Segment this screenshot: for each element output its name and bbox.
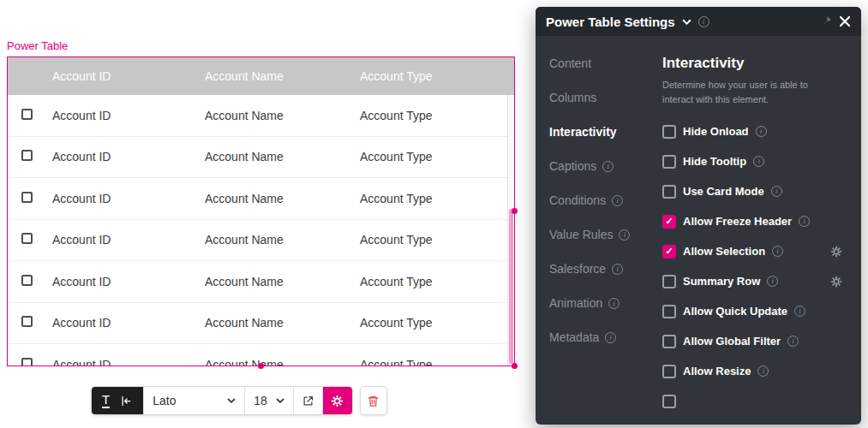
table-row[interactable]: Account IDAccount NameAccount Type <box>8 220 507 262</box>
font-family-select[interactable]: Lato <box>144 387 245 414</box>
panel-nav-item-animation[interactable]: Animationi <box>549 286 654 320</box>
gear-icon[interactable] <box>830 276 842 288</box>
table-body: Account IDAccount NameAccount TypeAccoun… <box>8 95 507 366</box>
info-icon[interactable]: i <box>772 246 783 257</box>
info-icon[interactable]: i <box>771 186 782 197</box>
panel-nav-item-columns[interactable]: Columns <box>549 80 654 115</box>
close-icon[interactable] <box>839 15 851 27</box>
table-cell: Account Type <box>360 275 507 288</box>
delete-button[interactable] <box>360 386 387 415</box>
info-icon: i <box>608 298 620 309</box>
section-title: Interactivity <box>662 55 847 72</box>
toolbar-group: T Lato 18 <box>91 386 353 415</box>
row-checkbox[interactable] <box>21 150 33 161</box>
checkbox[interactable]: ✓ <box>662 245 676 259</box>
info-icon[interactable]: i <box>787 336 799 347</box>
checkbox[interactable] <box>662 395 676 408</box>
row-checkbox[interactable] <box>21 192 33 203</box>
info-icon[interactable]: i <box>767 276 778 287</box>
selection-handle[interactable] <box>512 208 518 214</box>
option-label: Allow Resize <box>683 365 751 377</box>
scrollbar-thumb[interactable] <box>509 209 513 364</box>
table-row[interactable]: Account IDAccount NameAccount Type <box>8 178 507 220</box>
selection-handle[interactable] <box>258 363 264 369</box>
table-row[interactable]: Account IDAccount NameAccount Type <box>8 303 507 345</box>
indent-left-icon[interactable] <box>120 395 133 407</box>
checkbox[interactable] <box>662 305 676 318</box>
panel-nav-item-interactivity[interactable]: Interactivity <box>549 115 654 149</box>
row-checkbox-cell <box>8 233 52 247</box>
row-checkbox[interactable] <box>21 109 33 120</box>
checkbox[interactable] <box>662 125 676 139</box>
checkbox[interactable] <box>662 365 676 378</box>
info-icon[interactable]: i <box>756 126 767 137</box>
text-style-button[interactable]: T <box>102 393 110 408</box>
info-icon: i <box>612 264 623 275</box>
chevron-down-icon[interactable] <box>682 19 691 25</box>
checkbox[interactable]: ✓ <box>662 215 676 229</box>
panel-nav-item-conditions[interactable]: Conditionsi <box>549 183 654 217</box>
option-row: Hide Onloadi <box>662 116 847 146</box>
table-cell: Account ID <box>52 233 205 247</box>
table-row[interactable]: Account IDAccount NameAccount Type <box>8 261 507 303</box>
settings-button[interactable] <box>323 387 352 414</box>
row-checkbox[interactable] <box>21 316 33 327</box>
info-icon[interactable]: i <box>794 306 805 317</box>
table-cell: Account ID <box>52 109 205 122</box>
row-checkbox-cell <box>8 192 52 205</box>
gear-icon[interactable] <box>830 246 842 258</box>
info-icon: i <box>619 229 630 241</box>
font-size-select[interactable]: 18 <box>245 387 294 414</box>
option-label: Allow Selection <box>683 245 765 258</box>
info-icon[interactable]: i <box>753 156 764 167</box>
checkbox[interactable] <box>662 335 676 348</box>
panel-nav-item-salesforce[interactable]: Salesforcei <box>549 252 654 286</box>
power-table[interactable]: Account ID Account Name Account Type Acc… <box>7 56 515 366</box>
chevron-down-icon <box>227 398 236 403</box>
panel-header[interactable]: Power Table Settings i <box>536 7 861 36</box>
table-row[interactable]: Account IDAccount NameAccount Type <box>8 344 507 366</box>
panel-title: Power Table Settings <box>546 15 675 29</box>
component-toolbar: T Lato 18 <box>91 386 387 415</box>
table-cell: Account Type <box>360 109 507 122</box>
row-checkbox-cell <box>8 109 52 122</box>
option-label: Use Card Mode <box>683 185 764 198</box>
table-cell: Account ID <box>52 150 205 163</box>
checkbox[interactable] <box>662 185 676 199</box>
info-icon[interactable]: i <box>799 216 810 227</box>
selection-handle[interactable] <box>512 363 518 369</box>
info-icon: i <box>612 195 623 206</box>
row-checkbox[interactable] <box>21 233 33 244</box>
panel-nav-item-value-rules[interactable]: Value Rulesi <box>549 217 654 252</box>
column-header[interactable]: Account Type <box>360 69 514 83</box>
table-cell: Account Type <box>360 192 507 205</box>
row-checkbox[interactable] <box>21 275 33 286</box>
column-header[interactable]: Account ID <box>52 69 205 83</box>
table-cell: Account Name <box>205 109 360 122</box>
panel-nav-item-metadata[interactable]: Metadatai <box>549 320 654 354</box>
info-icon[interactable]: i <box>698 16 709 27</box>
table-row[interactable]: Account IDAccount NameAccount Type <box>8 95 507 137</box>
column-header[interactable]: Account Name <box>205 69 360 83</box>
panel-nav-item-content[interactable]: Content <box>549 46 654 80</box>
table-cell: Account ID <box>52 275 205 288</box>
nav-label: Salesforce <box>549 262 606 276</box>
option-row: Allow Resizei <box>662 356 847 386</box>
row-checkbox[interactable] <box>21 358 33 366</box>
table-scrollbar[interactable] <box>507 95 514 366</box>
font-size-value: 18 <box>254 394 267 407</box>
open-editor-button[interactable] <box>294 387 323 414</box>
checkbox[interactable] <box>662 275 676 288</box>
info-icon[interactable]: i <box>757 366 769 377</box>
panel-nav-item-captions[interactable]: Captionsi <box>549 149 654 183</box>
checkbox[interactable] <box>662 155 676 169</box>
table-cell: Account Name <box>205 192 360 205</box>
table-cell: Account Name <box>205 316 360 330</box>
table-header: Account ID Account Name Account Type <box>8 57 514 95</box>
pin-icon[interactable] <box>820 15 832 27</box>
table-cell: Account Type <box>360 358 507 366</box>
option-row: Use Card Modei <box>662 176 847 206</box>
table-row[interactable]: Account IDAccount NameAccount Type <box>8 137 507 179</box>
nav-label: Conditions <box>549 193 606 207</box>
option-label: Hide Onload <box>683 125 749 138</box>
